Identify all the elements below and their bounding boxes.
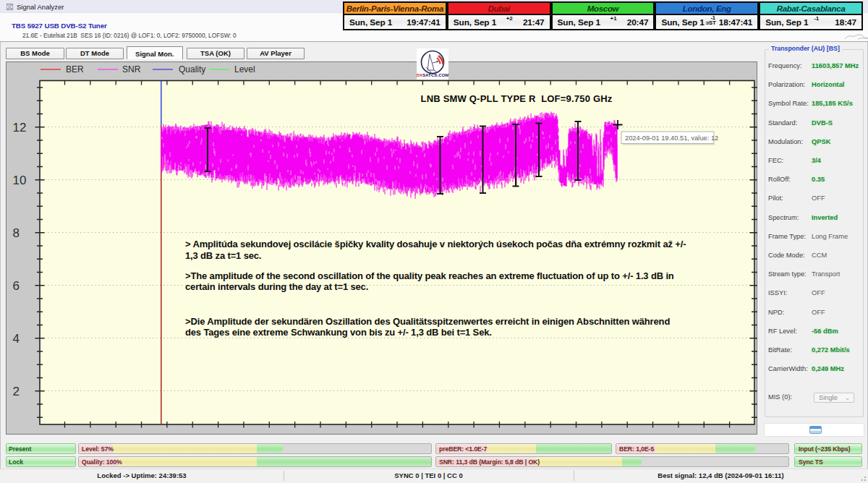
svg-text:4: 4 bbox=[13, 332, 20, 346]
svg-text:2024-09-01 19.40.51, value: 12: 2024-09-01 19.40.51, value: 12 bbox=[625, 134, 718, 142]
svg-text:DXSATCS.COM: DXSATCS.COM bbox=[417, 72, 448, 77]
svg-text:10: 10 bbox=[13, 174, 27, 187]
svg-text:2: 2 bbox=[13, 385, 20, 398]
svg-text:6: 6 bbox=[13, 279, 20, 293]
svg-text:LNB SMW Q-PLL TYPE R LOF=9.75: LNB SMW Q-PLL TYPE R LOF=9.750 GHz bbox=[421, 93, 613, 104]
svg-text:12: 12 bbox=[13, 121, 27, 134]
svg-text:8: 8 bbox=[13, 226, 20, 240]
